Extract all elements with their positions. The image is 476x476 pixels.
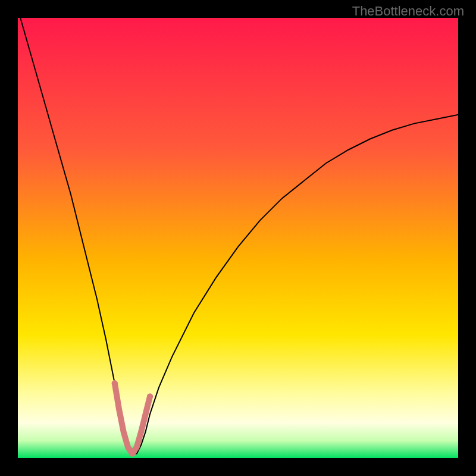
chart-plot-area xyxy=(18,18,458,458)
watermark-text: TheBottleneck.com xyxy=(352,4,464,19)
chart-svg xyxy=(18,18,458,458)
chart-background xyxy=(18,18,458,458)
marker-endpoint xyxy=(147,393,153,399)
marker-endpoint xyxy=(112,380,118,386)
